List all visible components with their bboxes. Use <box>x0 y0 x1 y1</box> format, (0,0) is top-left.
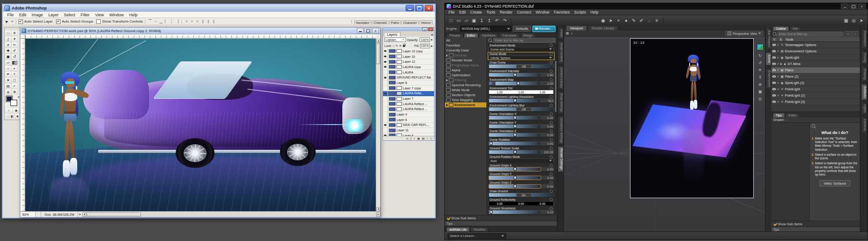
selectable-check-icon[interactable]: ✓ <box>777 100 779 104</box>
show-sub-items-row[interactable]: Show Sub Items <box>771 221 860 227</box>
eyedropper-tool[interactable]: ⌿ <box>11 83 18 89</box>
doc-minimize-button[interactable] <box>357 28 364 33</box>
scene-info-icon[interactable]: ≡ <box>653 17 661 24</box>
zoom-tool[interactable]: ⊕ <box>11 89 18 95</box>
ps-menu-filter[interactable]: Filter <box>78 13 93 17</box>
blend-mode-select[interactable]: Lighten <box>384 37 406 42</box>
blur-tool[interactable]: ○ <box>5 65 11 71</box>
doc-maximize-button[interactable] <box>364 28 371 33</box>
param-dropdown[interactable]: Infinite Sphere <box>489 56 553 60</box>
visibility-toggle[interactable] <box>383 102 388 107</box>
param-slider[interactable] <box>489 150 541 154</box>
opacity-arrow-icon[interactable]: ▸ <box>431 38 433 42</box>
redo-icon[interactable]: ↷ <box>501 17 509 24</box>
right-dock-tab-shaping[interactable]: Shaping <box>861 66 867 82</box>
layer-mask-icon[interactable]: ▣ <box>417 137 420 140</box>
viewport-3d-area[interactable]: 10 : 13 <box>564 37 765 232</box>
fill-value[interactable]: 100% <box>420 44 430 48</box>
param-toggle[interactable]: On <box>489 193 553 197</box>
layer-row[interactable]: LAURA Refle... <box>383 91 434 97</box>
geometry-editor-icon[interactable]: ✐ <box>638 17 645 24</box>
layer-row[interactable]: GROUND REFLECT flat <box>383 75 434 80</box>
visibility-eye-icon[interactable] <box>772 69 776 71</box>
new-layer-icon[interactable]: □ <box>426 137 428 140</box>
layer-row[interactable]: LAURA Reflect ... <box>383 102 434 107</box>
open-file-icon[interactable]: ▭ <box>455 17 462 24</box>
lock-position-icon[interactable]: ✛ <box>399 44 402 48</box>
tab-viewport[interactable]: Viewport <box>566 25 587 31</box>
daz-close-button[interactable] <box>858 4 866 9</box>
param-options-icon[interactable] <box>550 70 553 73</box>
param-options-icon[interactable] <box>550 172 553 176</box>
layer-row[interactable]: Layer 6 <box>383 117 434 123</box>
scene-node-pointlight[interactable]: ✓✶PointLight <box>771 86 860 93</box>
adjustment-layer-icon[interactable]: ◐ <box>414 137 415 140</box>
lock-transparency-icon[interactable]: □ <box>393 44 395 47</box>
param-options-icon[interactable] <box>550 61 553 64</box>
daz-titlebar[interactable]: DAZ Studio 4.23 - DYNAMO PERFECTION.duf <box>445 3 868 9</box>
selectable-check-icon[interactable]: ✓ <box>777 69 779 72</box>
aim-camera-icon[interactable]: ◎ <box>850 17 858 24</box>
camera-selector[interactable]: Perspective View <box>725 31 763 36</box>
new-camera-icon[interactable]: ◉ <box>599 17 607 24</box>
daz-maximize-button[interactable] <box>849 4 857 9</box>
param-slider[interactable] <box>489 73 541 77</box>
param-value[interactable]: 0.00 <box>541 176 553 180</box>
gradient-tool[interactable] <box>11 60 18 65</box>
daz-menu-help[interactable]: Help <box>588 10 600 14</box>
param-options-icon[interactable] <box>550 181 553 184</box>
right-dock-tab-surfaces[interactable]: Surfaces <box>861 84 867 100</box>
engine-select[interactable]: NVIDIA Iray (MDL) <box>460 26 512 32</box>
daz-minimize-button[interactable] <box>841 4 849 9</box>
layer-row[interactable]: LAURA <box>383 70 434 75</box>
crop-tool[interactable]: # <box>5 42 11 48</box>
param-options-icon[interactable] <box>550 147 553 150</box>
param-value[interactable]: 0.00 <box>541 116 553 120</box>
category-tone-mapping[interactable]: Tone Mapping <box>445 97 486 102</box>
visibility-eye-icon[interactable] <box>772 82 776 84</box>
selectable-check-icon[interactable]: ✓ <box>777 50 779 53</box>
layer-row[interactable]: SIDE CAR REFL... <box>383 123 434 128</box>
layer-row[interactable]: Layer 12 <box>383 59 434 65</box>
new-file-icon[interactable]: □ <box>447 17 455 24</box>
visibility-eye-icon[interactable] <box>772 63 776 65</box>
category-favorites[interactable]: Favorites <box>445 43 486 48</box>
visibility-toggle[interactable] <box>383 117 388 122</box>
video-surfaces-button[interactable]: Video: Surfaces <box>819 180 850 186</box>
distribute-left-icon[interactable]: ∥ <box>201 19 205 23</box>
history-brush-tool[interactable]: ↺ <box>11 54 18 60</box>
layer-group-icon[interactable]: ▤ <box>422 137 425 140</box>
param-value[interactable]: 100.00 <box>541 151 553 154</box>
param-value[interactable]: 0.10 <box>541 211 553 214</box>
param-slider[interactable] <box>489 99 541 102</box>
defaults-button[interactable]: Defaults <box>513 26 531 32</box>
tool-preset-arrow-icon[interactable] <box>11 21 14 23</box>
daz-menu-file[interactable]: File <box>446 10 457 14</box>
fullscreen-menu-icon[interactable]: ◧ <box>10 113 15 119</box>
view-cube-gizmo[interactable] <box>757 44 764 51</box>
selectable-check-icon[interactable]: ✓ <box>777 88 779 91</box>
param-slider[interactable] <box>489 185 541 188</box>
surfaces-tab-editor[interactable]: Editor <box>785 113 800 117</box>
daz-menu-connect[interactable]: Connect <box>515 10 534 14</box>
param-dropdown[interactable]: Dome and Scene <box>489 47 553 51</box>
frame-icon[interactable]: ▣ <box>758 89 762 94</box>
layer-row[interactable]: LAURA Reflect ... <box>383 107 434 112</box>
notes-tool[interactable]: ▤ <box>5 83 11 89</box>
visibility-toggle[interactable] <box>383 49 388 54</box>
category-filtering[interactable]: Filtering <box>445 78 486 83</box>
delete-layer-icon[interactable]: ▽ <box>430 137 432 140</box>
shape-tool[interactable]: ◻ <box>11 77 18 83</box>
aim-icon[interactable]: ◎ <box>758 97 762 101</box>
rs-tab-presets[interactable]: Presets <box>446 33 463 37</box>
selectable-check-icon[interactable]: ✓ <box>777 62 779 66</box>
lasso-tool[interactable]: ʃ <box>5 36 11 42</box>
rs-tab-editor[interactable]: Editor <box>464 33 478 37</box>
rs-tab-canvases[interactable]: Canvases <box>499 33 519 37</box>
dock-tab-smart-content[interactable]: Smart Content <box>558 41 564 64</box>
surfaces-tab-tips[interactable]: Tips <box>773 113 785 117</box>
align-hcenter-icon[interactable]: │ <box>169 19 174 23</box>
rs-tab-bridge[interactable]: Bridge <box>520 33 536 37</box>
layer-style-icon[interactable]: ƒ <box>410 137 412 140</box>
param-slider[interactable] <box>489 210 541 214</box>
